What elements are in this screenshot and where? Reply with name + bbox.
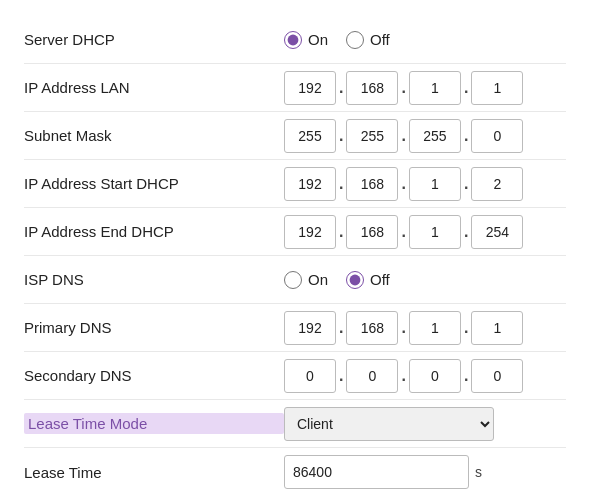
server-dhcp-on-radio[interactable] (284, 31, 302, 49)
ip-lan-inputs: . . . (284, 71, 566, 105)
subnet-oct1[interactable] (284, 119, 336, 153)
isp-dns-on-text: On (308, 271, 328, 288)
primary-dns-inputs: . . . (284, 311, 566, 345)
subnet-dot2: . (400, 127, 406, 145)
ip-lan-label: IP Address LAN (24, 79, 284, 96)
isp-dns-off-label[interactable]: Off (346, 271, 390, 289)
subnet-mask-row: Subnet Mask . . . (24, 112, 566, 160)
ip-end-dot3: . (463, 223, 469, 241)
lease-time-label: Lease Time (24, 464, 284, 481)
ip-end-oct2[interactable] (346, 215, 398, 249)
ip-lan-oct2[interactable] (346, 71, 398, 105)
subnet-oct3[interactable] (409, 119, 461, 153)
server-dhcp-off-radio[interactable] (346, 31, 364, 49)
isp-dns-label: ISP DNS (24, 271, 284, 288)
primary-dns-label: Primary DNS (24, 319, 284, 336)
primary-dns-oct1[interactable] (284, 311, 336, 345)
server-dhcp-off-label[interactable]: Off (346, 31, 390, 49)
ip-end-inputs: . . . (284, 215, 566, 249)
isp-dns-on-radio[interactable] (284, 271, 302, 289)
ip-start-oct2[interactable] (346, 167, 398, 201)
server-dhcp-off-text: Off (370, 31, 390, 48)
ip-start-dot2: . (400, 175, 406, 193)
primary-dns-oct4[interactable] (471, 311, 523, 345)
server-dhcp-label: Server DHCP (24, 31, 284, 48)
primary-dns-oct3[interactable] (409, 311, 461, 345)
lease-time-mode-select[interactable]: Client Server Custom (284, 407, 494, 441)
secondary-dns-oct4[interactable] (471, 359, 523, 393)
ip-end-oct4[interactable] (471, 215, 523, 249)
secondary-dns-row: Secondary DNS . . . (24, 352, 566, 400)
secondary-dns-dot2: . (400, 367, 406, 385)
isp-dns-inputs: On Off (284, 271, 566, 289)
ip-start-oct3[interactable] (409, 167, 461, 201)
ip-lan-oct1[interactable] (284, 71, 336, 105)
secondary-dns-oct3[interactable] (409, 359, 461, 393)
server-dhcp-inputs: On Off (284, 31, 566, 49)
ip-end-dot2: . (400, 223, 406, 241)
ip-lan-dot1: . (338, 79, 344, 97)
ip-lan-dot2: . (400, 79, 406, 97)
isp-dns-row: ISP DNS On Off (24, 256, 566, 304)
ip-end-label: IP Address End DHCP (24, 223, 284, 240)
secondary-dns-inputs: . . . (284, 359, 566, 393)
lease-time-unit: s (475, 464, 482, 480)
isp-dns-radio-group: On Off (284, 271, 390, 289)
ip-lan-oct4[interactable] (471, 71, 523, 105)
ip-end-group: . . . (284, 215, 523, 249)
primary-dns-dot2: . (400, 319, 406, 337)
subnet-oct2[interactable] (346, 119, 398, 153)
dhcp-form: Server DHCP On Off IP Address LAN . . (0, 0, 590, 500)
primary-dns-row: Primary DNS . . . (24, 304, 566, 352)
lease-time-mode-label: Lease Time Mode (24, 413, 284, 434)
ip-start-dot1: . (338, 175, 344, 193)
isp-dns-off-text: Off (370, 271, 390, 288)
ip-end-dot1: . (338, 223, 344, 241)
lease-time-mode-row: Lease Time Mode Client Server Custom (24, 400, 566, 448)
ip-end-oct3[interactable] (409, 215, 461, 249)
secondary-dns-oct2[interactable] (346, 359, 398, 393)
secondary-dns-dot3: . (463, 367, 469, 385)
subnet-mask-inputs: . . . (284, 119, 566, 153)
subnet-mask-group: . . . (284, 119, 523, 153)
server-dhcp-radio-group: On Off (284, 31, 390, 49)
subnet-dot3: . (463, 127, 469, 145)
ip-lan-group: . . . (284, 71, 523, 105)
server-dhcp-on-label[interactable]: On (284, 31, 328, 49)
ip-lan-row: IP Address LAN . . . (24, 64, 566, 112)
secondary-dns-label: Secondary DNS (24, 367, 284, 384)
lease-time-input-col: s (284, 455, 566, 489)
subnet-oct4[interactable] (471, 119, 523, 153)
ip-lan-dot3: . (463, 79, 469, 97)
isp-dns-on-label[interactable]: On (284, 271, 328, 289)
primary-dns-dot3: . (463, 319, 469, 337)
ip-end-row: IP Address End DHCP . . . (24, 208, 566, 256)
subnet-dot1: . (338, 127, 344, 145)
lease-time-mode-input-col: Client Server Custom (284, 407, 566, 441)
server-dhcp-row: Server DHCP On Off (24, 16, 566, 64)
ip-lan-oct3[interactable] (409, 71, 461, 105)
ip-start-row: IP Address Start DHCP . . . (24, 160, 566, 208)
ip-start-oct1[interactable] (284, 167, 336, 201)
lease-time-row: Lease Time s (24, 448, 566, 496)
isp-dns-off-radio[interactable] (346, 271, 364, 289)
ip-end-oct1[interactable] (284, 215, 336, 249)
lease-time-input[interactable] (284, 455, 469, 489)
secondary-dns-group: . . . (284, 359, 523, 393)
primary-dns-group: . . . (284, 311, 523, 345)
primary-dns-dot1: . (338, 319, 344, 337)
ip-start-group: . . . (284, 167, 523, 201)
secondary-dns-oct1[interactable] (284, 359, 336, 393)
server-dhcp-on-text: On (308, 31, 328, 48)
primary-dns-oct2[interactable] (346, 311, 398, 345)
subnet-mask-label: Subnet Mask (24, 127, 284, 144)
ip-start-oct4[interactable] (471, 167, 523, 201)
ip-start-label: IP Address Start DHCP (24, 175, 284, 192)
ip-start-inputs: . . . (284, 167, 566, 201)
ip-start-dot3: . (463, 175, 469, 193)
secondary-dns-dot1: . (338, 367, 344, 385)
